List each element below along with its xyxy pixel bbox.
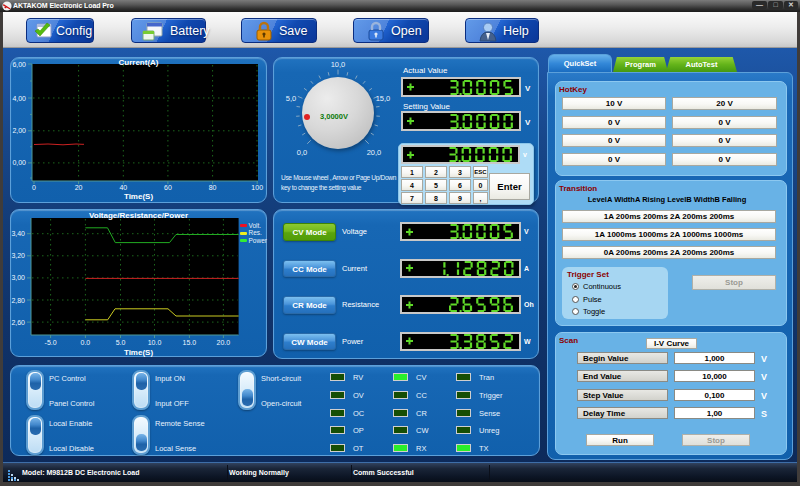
svg-text:-5.0: -5.0 <box>45 339 57 346</box>
svg-text:4,00: 4,00 <box>12 95 26 102</box>
svg-text:2,00: 2,00 <box>12 127 26 134</box>
svg-text:40: 40 <box>119 184 127 191</box>
svg-text:100: 100 <box>251 184 263 191</box>
svg-text:80: 80 <box>209 184 217 191</box>
svg-text:20: 20 <box>75 184 83 191</box>
svg-text:60: 60 <box>164 184 172 191</box>
svg-text:0: 0 <box>32 184 36 191</box>
svg-text:5.0: 5.0 <box>116 339 126 346</box>
svg-text:3,00: 3,00 <box>11 274 25 281</box>
svg-text:20.0: 20.0 <box>217 339 231 346</box>
svg-text:2,60: 2,60 <box>11 319 25 326</box>
svg-text:0.0: 0.0 <box>81 339 91 346</box>
svg-text:3,40: 3,40 <box>11 230 25 237</box>
svg-text:2,80: 2,80 <box>11 297 25 304</box>
svg-text:0,00: 0,00 <box>12 159 26 166</box>
svg-text:10.0: 10.0 <box>148 339 162 346</box>
svg-text:3,20: 3,20 <box>11 252 25 259</box>
svg-text:15.0: 15.0 <box>183 339 197 346</box>
